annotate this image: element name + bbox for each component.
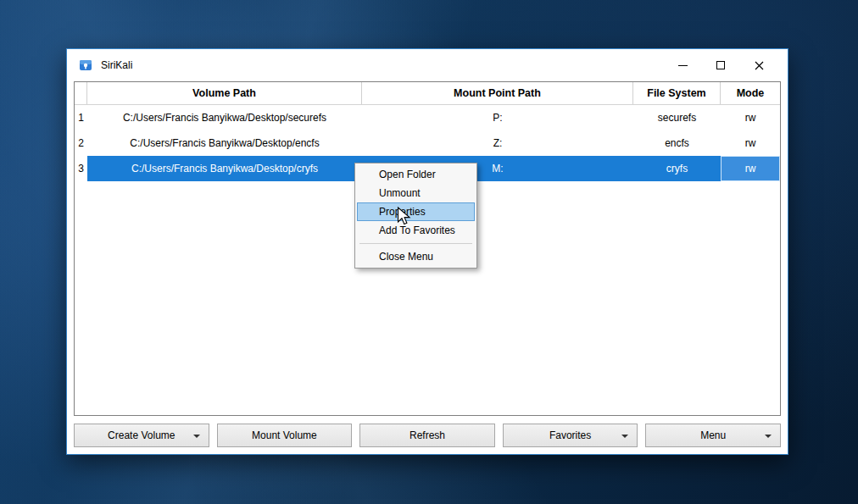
title-bar[interactable]: SiriKali [67,49,788,81]
cell-mount-point[interactable]: P: [362,105,633,130]
minimize-button[interactable] [669,54,696,76]
menu-item-properties[interactable]: Properties [357,202,475,221]
menu-item-close-menu[interactable]: Close Menu [357,247,475,266]
cell-mount-point[interactable]: Z: [362,130,633,156]
dropdown-arrow-icon [765,435,772,438]
row-number[interactable]: 2 [75,130,87,156]
mount-volume-label: Mount Volume [252,429,317,441]
maximize-icon [716,61,725,69]
context-menu: Open Folder Unmount Properties Add To Fa… [354,163,477,269]
cell-mode[interactable]: rw [721,130,780,156]
minimize-icon [678,65,688,66]
cell-volume-path[interactable]: C:/Users/Francis Banyikwa/Desktop/encfs [87,130,362,156]
row-number[interactable]: 1 [75,105,87,130]
table-row[interactable]: 1 C:/Users/Francis Banyikwa/Desktop/secu… [75,105,780,130]
menu-item-add-to-favorites[interactable]: Add To Favorites [357,221,475,240]
header-row-number [75,82,87,104]
row-number[interactable]: 3 [75,156,87,181]
create-volume-button[interactable]: Create Volume [74,424,209,447]
menu-label: Menu [700,429,726,441]
header-volume-path[interactable]: Volume Path [87,82,362,104]
create-volume-label: Create Volume [108,429,175,441]
window-controls [658,54,772,76]
menu-item-open-folder[interactable]: Open Folder [357,165,475,184]
cell-file-system[interactable]: encfs [633,130,721,156]
table-row[interactable]: 2 C:/Users/Francis Banyikwa/Desktop/encf… [75,130,780,156]
header-mount-point[interactable]: Mount Point Path [362,82,633,104]
close-icon [755,61,764,70]
header-mode[interactable]: Mode [721,82,780,104]
table-header-row: Volume Path Mount Point Path File System… [75,82,780,105]
app-icon [79,58,92,72]
favorites-button[interactable]: Favorites [503,424,638,447]
menu-button[interactable]: Menu [645,424,781,447]
header-file-system[interactable]: File System [633,82,721,104]
menu-item-unmount[interactable]: Unmount [357,184,475,202]
mount-volume-button[interactable]: Mount Volume [217,424,353,447]
mouse-cursor-icon [397,207,412,230]
close-button[interactable] [745,54,772,76]
cell-mode[interactable]: rw [721,105,780,130]
cell-mode-focused[interactable]: rw [721,156,780,181]
cell-file-system[interactable]: securefs [633,105,721,130]
dropdown-arrow-icon [193,435,200,438]
refresh-button[interactable]: Refresh [359,424,495,447]
cell-file-system[interactable]: cryfs [633,156,721,181]
cell-volume-path[interactable]: C:/Users/Francis Banyikwa/Desktop/cryfs [87,156,362,181]
favorites-label: Favorites [549,429,591,441]
dropdown-arrow-icon [621,435,628,438]
refresh-label: Refresh [410,429,445,441]
cell-volume-path[interactable]: C:/Users/Francis Banyikwa/Desktop/secure… [87,105,362,130]
menu-separator [359,243,472,244]
toolbar: Create Volume Mount Volume Refresh Favor… [67,416,788,454]
window-title: SiriKali [101,59,658,71]
maximize-button[interactable] [707,54,734,76]
